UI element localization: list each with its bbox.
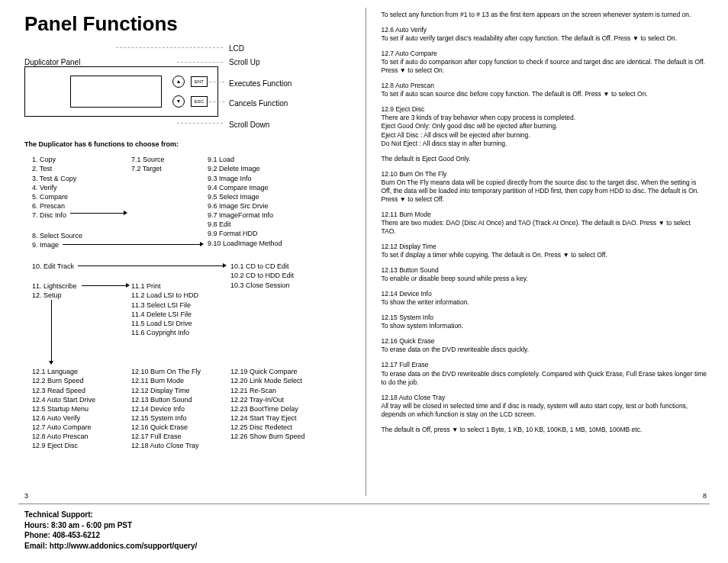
instruction-text: The Duplicator has 6 functions to choose… [24,140,350,149]
scroll-down-label: Scroll Down [229,120,269,130]
sub-11: 11.1 Print 11.2 Load LSI to HDD 11.3 Sel… [131,282,198,337]
footer: Technical Support: Hours: 8:30 am - 6:00… [24,510,197,551]
page-title: Panel Functions [24,11,350,37]
footer-email: Email: http://www.addonics.com/support/q… [24,541,197,552]
page-number-right: 8 [703,491,707,500]
main-functions-3: 11. Lightscribe 12. Setup [32,282,77,300]
up-button: ▲ [172,76,185,88]
cancels-label: Cancels Function [229,98,288,109]
lcd-label: LCD [229,43,244,54]
up-icon: ▲ [176,78,182,85]
ent-button: ENT [191,76,208,87]
sub-7: 7.1 Source 7.2 Target [131,155,165,173]
intro-text: To select any function from #1 to # 13 a… [382,11,707,19]
esc-button: ESC [191,96,208,107]
sub-12a: 12.1 Language 12.2 Burn Speed 12.3 Read … [32,367,95,450]
right-page: To select any function from #1 to # 13 a… [366,0,729,503]
edit-track: 10. Edit Track [32,262,74,270]
page-wrap: Panel Functions LCD Duplicator Panel Scr… [0,0,728,503]
lcd-box [70,76,162,108]
sub-9: 9.1 Load 9.2 Delete Image 9.3 Image Info… [208,155,282,247]
footer-hours: Hours: 8:30 am - 6:00 pm PST [24,520,197,531]
down-icon: ▼ [176,98,182,105]
sub-10: 10.1 CD to CD Edit 10.2 CD to HDD Edit 1… [230,262,294,289]
main-functions-2: 8. Select Source 9. Image [32,231,82,249]
footer-phone: Phone: 408-453-6212 [24,530,197,541]
function-grid: 1. Copy 2. Test 3. Test & Copy 4. Verify… [24,155,350,475]
left-page: Panel Functions LCD Duplicator Panel Scr… [0,0,366,503]
down-button: ▼ [172,95,185,108]
sub-12b: 12.10 Burn On The Fly 12.11 Burn Mode 12… [131,367,201,450]
main-functions-1: 1. Copy 2. Test 3. Test & Copy 4. Verify… [32,155,76,220]
ent-label: ENT [195,79,204,85]
page-number-left: 3 [24,491,28,500]
esc-label: ESC [195,98,204,105]
footer-separator [18,503,710,504]
panel-diagram: LCD Duplicator Panel Scroll Up Executes … [24,43,350,135]
sub-12c: 12.19 Quick Compare 12.20 Link Mode Sele… [230,367,305,441]
executes-label: Executes Function [229,79,292,89]
footer-support: Technical Support: [24,510,197,520]
scroll-up-label: Scroll Up [229,57,260,68]
